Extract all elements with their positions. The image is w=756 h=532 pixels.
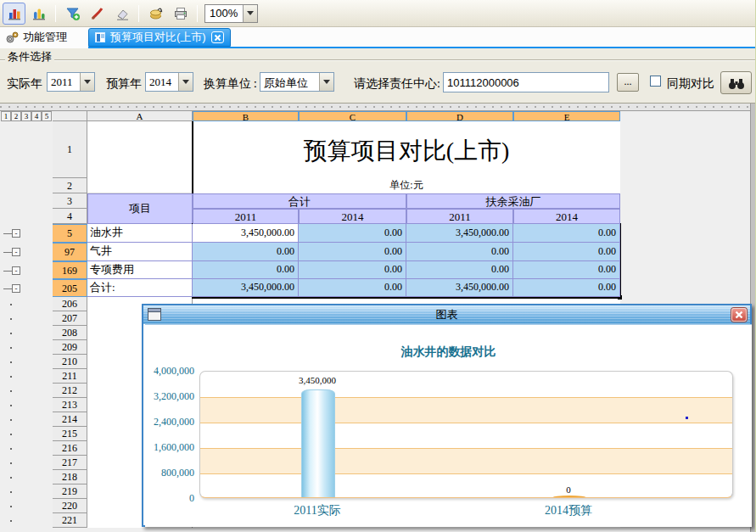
row-header-97[interactable]: 97 [53,243,87,261]
row-header-208[interactable]: 208 [53,326,87,340]
row-header-206[interactable]: 206 [53,297,87,311]
budget-year-combobox[interactable]: 2014 [145,72,193,92]
year-header-2[interactable]: 2011 [406,209,513,224]
row-header-221[interactable]: 221 [53,513,87,528]
group-header-fuyu[interactable]: 扶余采油厂 [406,193,620,209]
cell-E205[interactable]: 0.00 [513,279,620,297]
year-header-1[interactable]: 2014 [299,209,406,224]
item-header-cell[interactable]: 项目 [87,193,193,224]
cell-B5[interactable]: 3,450,000.00 [193,224,299,243]
outline-level-button-3[interactable]: 3 [21,111,31,121]
column-header-A[interactable]: A [87,111,193,121]
unit-note[interactable]: 单位:元 [193,178,620,193]
menu-label: 功能管理 [23,30,67,45]
horizontal-splitter[interactable] [0,104,750,111]
dropdown-button[interactable] [178,73,193,91]
bar-2011实际[interactable] [301,389,335,498]
outline-level-button-2[interactable]: 2 [11,111,21,121]
cell-C169[interactable]: 0.00 [299,261,406,279]
cell-C205[interactable]: 0.00 [299,279,406,297]
row-header-5[interactable]: 5 [53,224,87,243]
row-header-209[interactable]: 209 [53,340,87,355]
tab-close-button[interactable] [211,31,224,43]
row-header-220[interactable]: 220 [53,499,87,513]
dropdown-button[interactable] [80,73,94,91]
unit-combobox[interactable]: 原始单位 [260,72,334,92]
row-header-218[interactable]: 218 [53,470,87,484]
row-header-211[interactable]: 211 [53,369,87,384]
tab-budget-comparison[interactable]: 预算项目对比(上市) [88,28,231,47]
row-header-212[interactable]: 212 [53,384,87,398]
cell-A97[interactable]: 气井 [87,243,193,261]
column-header-E[interactable]: E [513,111,620,121]
row-header-2[interactable]: 2 [53,178,87,193]
bar-2014预算[interactable] [552,496,586,498]
cell-B97[interactable]: 0.00 [193,243,299,261]
year-header-0[interactable]: 2011 [193,209,299,224]
row-header-4[interactable]: 4 [53,209,87,224]
outline-collapse-button[interactable]: - [3,284,20,293]
dropdown-button[interactable] [319,73,333,91]
row-header-3[interactable]: 3 [53,193,87,209]
cell-D205[interactable]: 3,450,000.00 [406,279,513,297]
year-header-3[interactable]: 2014 [513,209,620,224]
plot-band [200,448,733,473]
row-header-213[interactable]: 213 [53,398,87,412]
export-data-button[interactable] [144,3,167,25]
column-header-B[interactable]: B [193,111,299,121]
row-header-205[interactable]: 205 [53,279,87,297]
eraser-button[interactable] [110,3,133,25]
row-header-169[interactable]: 169 [53,261,87,279]
search-button[interactable] [720,71,752,94]
group-header-total[interactable]: 合计 [193,193,406,209]
row-header-214[interactable]: 214 [53,412,87,427]
outline-collapse-button[interactable]: - [3,229,20,238]
cell-D97[interactable]: 0.00 [406,243,513,261]
sheet-title[interactable]: 预算项目对比(上市) [193,121,620,178]
row-header-210[interactable]: 210 [53,355,87,369]
column-header-C[interactable]: C [299,111,406,121]
same-period-checkbox[interactable] [650,76,661,87]
cell-E169[interactable]: 0.00 [513,261,620,279]
row-header-217[interactable]: 217 [53,456,87,470]
outline-level-button-1[interactable]: 1 [1,111,11,121]
row-header-1[interactable]: 1 [53,121,87,178]
menu-function-management[interactable]: 功能管理 [5,30,67,45]
gridline [200,397,733,398]
format-brush-button[interactable] [86,3,109,25]
outline-collapse-button[interactable]: - [3,266,20,275]
cell-D5[interactable]: 3,450,000.00 [406,224,513,243]
chart-column-button[interactable] [3,3,25,25]
cell-A169[interactable]: 专项费用 [87,261,193,279]
zoom-dropdown-button[interactable] [243,5,257,22]
cell-A205[interactable]: 合计: [87,279,193,297]
cell-E97[interactable]: 0.00 [513,243,620,261]
cell-A1-A2[interactable] [87,121,193,193]
actual-year-combobox[interactable]: 2011 [47,72,95,92]
grid-corner-cell[interactable] [53,111,87,121]
row-header-215[interactable]: 215 [53,427,87,441]
cell-A5[interactable]: 油水井 [87,224,193,243]
cell-C5[interactable]: 0.00 [299,224,406,243]
outline-collapse-button[interactable]: - [3,248,20,256]
cell-D169[interactable]: 0.00 [406,261,513,279]
dialog-close-button[interactable] [731,308,747,322]
row-header-219[interactable]: 219 [53,484,87,499]
chart-cylinder-button[interactable] [27,3,50,25]
chart-plot-area [199,371,733,498]
responsibility-center-input[interactable] [443,72,609,92]
outline-level-button-4[interactable]: 4 [31,111,42,121]
browse-button[interactable]: ... [617,73,639,92]
row-header-207[interactable]: 207 [53,311,87,326]
filter-button[interactable] [61,3,84,25]
column-header-D[interactable]: D [406,111,513,121]
cell-C97[interactable]: 0.00 [299,243,406,261]
row-header-216[interactable]: 216 [53,441,87,456]
cell-B205[interactable]: 3,450,000.00 [193,279,299,297]
cell-B169[interactable]: 0.00 [193,261,299,279]
outline-level-button-5[interactable]: 5 [42,111,52,121]
zoom-combobox[interactable]: 100% [204,4,258,23]
dialog-titlebar[interactable]: 图表 [143,305,750,324]
print-button[interactable] [169,3,192,25]
cell-E5[interactable]: 0.00 [513,224,620,243]
